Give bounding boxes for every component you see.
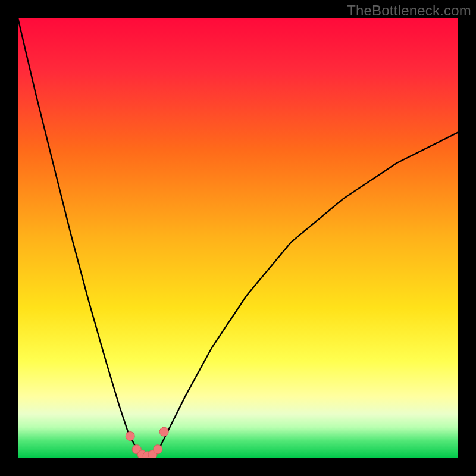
trough-marker xyxy=(126,432,134,441)
chart-frame xyxy=(18,18,458,458)
trough-marker xyxy=(159,427,168,436)
watermark-label: TheBottleneck.com xyxy=(347,2,471,19)
trough-marker xyxy=(154,445,162,454)
bottleneck-chart xyxy=(18,18,458,458)
gradient-background xyxy=(18,18,458,458)
